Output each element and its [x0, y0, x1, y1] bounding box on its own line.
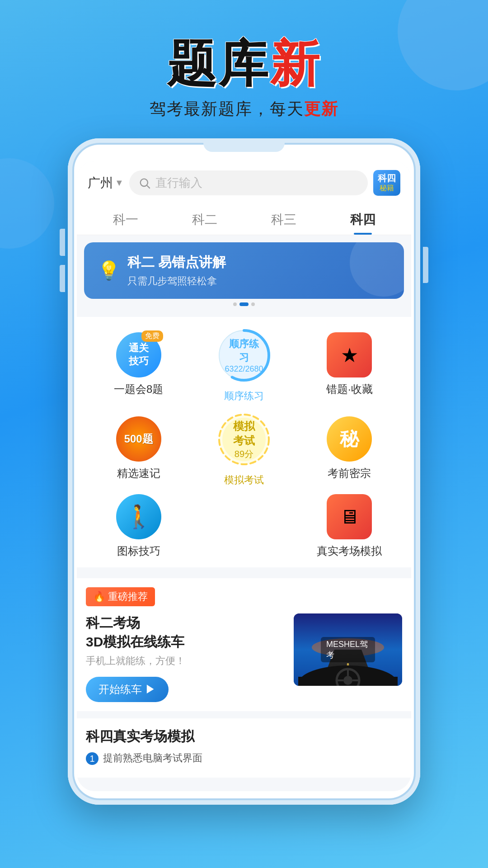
sec4-title: 科四真实考场模拟	[86, 727, 402, 746]
grid-section: 免费 通关技巧 一题会8题 顺序练习 6322/2680	[77, 317, 411, 567]
icon-zhenshi: 🖥	[327, 494, 372, 539]
icon-kaomian: 秘	[327, 416, 372, 462]
banner-dot-3	[251, 302, 255, 306]
sec4-desc-item-1: 1 提前熟悉电脑考试界面	[86, 751, 402, 765]
side-btn-volume-down	[60, 265, 65, 292]
shunxu-circle: 顺序练习 6322/2680	[215, 326, 273, 385]
speed500-label: 精选速记	[117, 466, 160, 481]
city-selector[interactable]: 广州 ▼	[88, 175, 124, 192]
side-btn-volume-up	[60, 229, 65, 256]
bottom-spacer	[77, 778, 411, 791]
banner-title: 科二 易错点讲解	[127, 253, 390, 272]
mock-circle: 模拟考试 89分	[215, 410, 273, 469]
tab-bar: 科一 科二 科三 科四	[77, 205, 411, 235]
banner-card[interactable]: 💡 科二 易错点讲解 只需几步驾照轻松拿	[84, 242, 404, 299]
grid-item-mock[interactable]: 模拟考试 89分 模拟考试	[191, 410, 296, 487]
hero-subtitle: 驾考最新题库，每天更新	[0, 98, 488, 120]
wrongq-label: 错题·收藏	[326, 382, 373, 396]
ke4-sub-text: 秘籍	[378, 184, 396, 193]
meshel-label: MESHEL驾考	[321, 637, 375, 662]
svg-point-14	[343, 676, 352, 685]
side-btn-power	[423, 247, 428, 283]
grid-row-2: 500题 精选速记 模拟考试 89分	[86, 410, 402, 487]
rec-tag: 🔥 重磅推荐	[86, 587, 155, 606]
banner-section[interactable]: 💡 科二 易错点讲解 只需几步驾照轻松拿	[77, 235, 411, 317]
hero-subtitle-main: 驾考最新题库，每天	[150, 99, 304, 118]
tab-ke2[interactable]: 科二	[165, 211, 244, 235]
sec4-section: 科四真实考场模拟 1 提前熟悉电脑考试界面	[77, 718, 411, 778]
banner-dot-1	[233, 302, 237, 306]
mock-text: 模拟考试 89分	[229, 419, 258, 460]
hero-title-black: 题库	[167, 36, 270, 91]
svg-line-1	[147, 185, 150, 188]
icon-tonguan: 免费 通关技巧	[116, 332, 161, 377]
rec-tag-text: 🔥 重磅推荐	[93, 590, 148, 604]
grid-item-wrongq[interactable]: ★ 错题·收藏	[297, 332, 402, 396]
hero-subtitle-update: 更新	[304, 99, 338, 118]
zhenshi-label: 真实考场模拟	[317, 544, 382, 558]
tab-ke1[interactable]: 科一	[86, 211, 165, 235]
city-dropdown-icon: ▼	[115, 178, 124, 188]
bg-decoration-circle-left	[0, 158, 54, 249]
search-icon	[138, 177, 151, 189]
separator-1	[77, 571, 411, 575]
shunxu-main-label: 顺序练习	[225, 337, 263, 364]
wrongq-icon-glyph: ★	[341, 344, 358, 367]
grid-row-3: 🚶 图标技巧 🖥 真实考场模拟	[86, 494, 402, 558]
shunxu-text: 顺序练习 6322/2680	[225, 337, 263, 374]
mock-score: 89分	[229, 448, 258, 460]
svg-point-0	[140, 179, 147, 186]
phone-notch	[203, 138, 285, 152]
sec4-desc-text-1: 提前熟悉电脑考试界面	[103, 751, 202, 765]
tonguan-text: 通关技巧	[129, 342, 149, 368]
tab-ke3[interactable]: 科三	[244, 211, 323, 235]
search-input-wrap[interactable]: 直行输入	[129, 170, 368, 195]
rec-card-text: 科二考场3D模拟在线练车 手机上就能练，方便！ 开始练车 ▶	[86, 613, 285, 702]
rec-card-subtitle: 手机上就能练，方便！	[86, 654, 285, 668]
tubiao-label: 图标技巧	[117, 544, 160, 558]
kaomian-icon-text: 秘	[340, 426, 359, 452]
separator-2	[77, 711, 411, 715]
grid-row-1: 免费 通关技巧 一题会8题 顺序练习 6322/2680	[86, 326, 402, 403]
banner-dot-2	[239, 302, 249, 306]
banner-text-wrap: 科二 易错点讲解 只需几步驾照轻松拿	[127, 253, 390, 288]
tab-ke4[interactable]: 科四	[323, 211, 402, 235]
grid-item-shunxu[interactable]: 顺序练习 6322/2680 顺序练习	[191, 326, 296, 403]
shunxu-label: 顺序练习	[224, 389, 264, 403]
rec-card: 科二考场3D模拟在线练车 手机上就能练，方便！ 开始练车 ▶	[86, 613, 402, 702]
ke4-badge[interactable]: 科四 秘籍	[373, 170, 400, 196]
kaomian-label: 考前密宗	[328, 466, 371, 481]
rec-card-title: 科二考场3D模拟在线练车	[86, 613, 285, 651]
grid-item-kaomian[interactable]: 秘 考前密宗	[297, 416, 402, 481]
hero-title: 题库新	[0, 36, 488, 91]
free-badge: 免费	[141, 330, 163, 342]
phone-screen: 广州 ▼ 直行输入 科四 秘籍 科一 科二	[77, 161, 411, 791]
mock-main-label: 模拟考试	[229, 419, 258, 448]
phone-mockup: 广州 ▼ 直行输入 科四 秘籍 科一 科二	[68, 138, 420, 805]
grid-item-tonguan[interactable]: 免费 通关技巧 一题会8题	[86, 332, 191, 396]
icon-500-text: 500题	[124, 432, 153, 446]
rec-start-button[interactable]: 开始练车 ▶	[86, 677, 169, 702]
icon-tubiao: 🚶	[116, 494, 161, 539]
rec-card-image[interactable]: MESHEL驾考	[294, 613, 402, 686]
grid-item-zhenshi[interactable]: 🖥 真实考场模拟	[297, 494, 402, 558]
icon-500: 500题	[116, 416, 161, 462]
grid-item-tubiao[interactable]: 🚶 图标技巧	[86, 494, 191, 558]
sec4-num-badge-1: 1	[86, 752, 99, 765]
banner-dots	[84, 299, 404, 310]
tonguan-label: 一题会8题	[114, 382, 163, 396]
mock-label: 模拟考试	[224, 473, 264, 487]
ke4-main-text: 科四	[378, 173, 396, 184]
hero-title-red: 新	[270, 36, 321, 91]
recommendation-section: 🔥 重磅推荐 科二考场3D模拟在线练车 手机上就能练，方便！ 开始练车 ▶	[77, 578, 411, 711]
icon-wrongq: ★	[327, 332, 372, 377]
search-bar-area: 广州 ▼ 直行输入 科四 秘籍	[77, 161, 411, 205]
rec-start-btn-text: 开始练车 ▶	[99, 682, 156, 697]
grid-item-500[interactable]: 500题 精选速记	[86, 416, 191, 481]
shunxu-progress-value: 6322/2680	[225, 364, 263, 374]
zhenshi-icon-glyph: 🖥	[339, 505, 359, 528]
city-name: 广州	[88, 175, 113, 192]
tubiao-icon-glyph: 🚶	[125, 504, 153, 530]
hero-section: 题库新 驾考最新题库，每天更新	[0, 0, 488, 138]
banner-icon: 💡	[98, 260, 120, 281]
